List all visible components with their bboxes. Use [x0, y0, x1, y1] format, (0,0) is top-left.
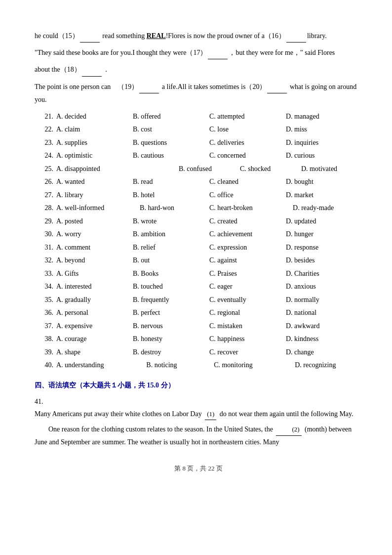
q36-d: D. national — [286, 307, 362, 319]
q23-num: 23. — [35, 137, 53, 149]
q39-d: D. change — [286, 346, 362, 359]
blank-1: (1) — [205, 408, 216, 420]
q27-d: D. market — [286, 189, 362, 202]
q22-num: 22. — [35, 124, 53, 136]
q23-a: A. supplies — [56, 137, 133, 149]
q30-b: B. ambition — [133, 228, 209, 241]
q40-c: C. monitoring — [214, 359, 295, 372]
q25-c: C. shocked — [240, 163, 301, 175]
q37-a: A. expensive — [56, 320, 133, 333]
q39-options: A. shape B. destroy C. recover D. change — [56, 346, 362, 359]
q37-d: D. awkward — [286, 320, 362, 333]
q25-a: A. disappointed — [56, 163, 179, 175]
q29-d: D. updated — [286, 215, 362, 228]
q29-b: B. wrote — [133, 215, 209, 228]
q39-c: C. recover — [209, 346, 286, 359]
page-info: 第 8 页，共 22 页 — [174, 465, 223, 472]
q23-c: C. deliveries — [209, 137, 286, 149]
q40-options: A. understanding B. noticing C. monitori… — [56, 359, 362, 372]
question-32: 32. A. beyond B. out C. against D. besid… — [35, 255, 362, 267]
question-34: 34. A. interested B. touched C. eager D.… — [35, 281, 362, 293]
q30-c: C. achievement — [209, 228, 286, 241]
q37-b: B. nervous — [133, 320, 209, 333]
q34-c: C. eager — [209, 281, 286, 293]
q27-options: A. library B. hotel C. office D. market — [56, 189, 362, 202]
q30-a: A. worry — [56, 228, 133, 241]
q41-para2: One reason for the clothing custom relat… — [35, 423, 362, 448]
section4: 四、语法填空（本大题共１小题，共 15.0 分） 41. Many Americ… — [35, 380, 362, 448]
question-39: 39. A. shape B. destroy C. recover D. ch… — [35, 346, 362, 359]
q33-d: D. Charities — [286, 268, 362, 280]
q35-d: D. normally — [286, 294, 362, 306]
q38-c: C. happiness — [209, 333, 286, 345]
q26-d: D. bought — [286, 176, 362, 188]
question-24: 24. A. optimistic B. cautious C. concern… — [35, 150, 362, 162]
q30-d: D. hunger — [286, 228, 362, 241]
question-30: 30. A. worry B. ambition C. achievement … — [35, 228, 362, 241]
q24-a: A. optimistic — [56, 150, 133, 162]
q26-b: B. read — [133, 176, 209, 188]
q31-options: A. comment B. relief C. expression D. re… — [56, 242, 362, 254]
q30-num: 30. — [35, 228, 53, 241]
blank-15 — [80, 30, 100, 43]
question-37: 37. A. expensive B. nervous C. mistaken … — [35, 320, 362, 333]
q36-b: B. perfect — [133, 307, 209, 319]
q34-options: A. interested B. touched C. eager D. anx… — [56, 281, 362, 293]
q22-b: B. cost — [133, 124, 209, 136]
q35-b: B. frequently — [133, 294, 209, 306]
q33-c: C. Praises — [209, 268, 286, 280]
q40-a: A. understanding — [56, 359, 146, 372]
q36-num: 36. — [35, 307, 53, 319]
question-38: 38. A. courage B. honesty C. happiness D… — [35, 333, 362, 345]
q41-text: 41. Many Americans put away their white … — [35, 395, 362, 421]
question-28: 28. A. well-informed B. hard-won C. hear… — [35, 202, 362, 214]
q29-c: C. created — [209, 215, 286, 228]
q39-b: B. destroy — [133, 346, 209, 359]
question-list: 21. A. decided B. offered C. attempted D… — [35, 111, 362, 372]
q34-a: A. interested — [56, 281, 133, 293]
q24-b: B. cautious — [133, 150, 209, 162]
q28-a: A. well-informed — [56, 202, 140, 214]
q23-options: A. supplies B. questions C. deliveries D… — [56, 137, 362, 149]
q28-options: A. well-informed B. hard-won C. heart-br… — [56, 202, 362, 214]
q39-num: 39. — [35, 346, 53, 359]
q25-d: D. motivated — [301, 163, 362, 175]
q24-c: C. concerned — [209, 150, 286, 162]
question-27: 27. A. library B. hotel C. office D. mar… — [35, 189, 362, 202]
q32-a: A. beyond — [56, 255, 133, 267]
blank-18 — [82, 63, 102, 76]
q38-options: A. courage B. honesty C. happiness D. ki… — [56, 333, 362, 345]
q36-a: A. personal — [56, 307, 133, 319]
blank-2: (2) — [276, 424, 301, 435]
q29-num: 29. — [35, 215, 53, 228]
q39-a: A. shape — [56, 346, 133, 359]
question-23: 23. A. supplies B. questions C. deliveri… — [35, 137, 362, 149]
q21-d: D. managed — [286, 111, 362, 123]
real-text: REAL — [147, 32, 166, 40]
q24-d: D. curious — [286, 150, 362, 162]
q22-options: A. claim B. cost C. lose D. miss — [56, 124, 362, 136]
q26-options: A. wanted B. read C. cleaned D. bought — [56, 176, 362, 188]
q27-c: C. office — [209, 189, 286, 202]
q32-options: A. beyond B. out C. against D. besides — [56, 255, 362, 267]
q28-b: B. hard-won — [140, 202, 209, 214]
question-35: 35. A. gradually B. frequently C. eventu… — [35, 294, 362, 306]
question-29: 29. A. posted B. wrote C. created D. upd… — [35, 215, 362, 228]
q21-num: 21. — [35, 111, 53, 123]
blank-17 — [208, 46, 228, 59]
q28-d: D. ready-made — [293, 202, 362, 214]
q23-d: D. inquiries — [286, 137, 362, 149]
q36-options: A. personal B. perfect C. regional D. na… — [56, 307, 362, 319]
question-36: 36. A. personal B. perfect C. regional D… — [35, 307, 362, 319]
q31-num: 31. — [35, 242, 53, 254]
question-22: 22. A. claim B. cost C. lose D. miss — [35, 124, 362, 136]
q32-b: B. out — [133, 255, 209, 267]
q35-num: 35. — [35, 294, 53, 306]
footer: 第 8 页，共 22 页 — [35, 463, 362, 474]
q28-c: C. heart-broken — [209, 202, 293, 214]
q23-b: B. questions — [133, 137, 209, 149]
q32-num: 32. — [35, 255, 53, 267]
q35-a: A. gradually — [56, 294, 133, 306]
q21-c: C. attempted — [209, 111, 286, 123]
intro-line4: The point is one person can （19） a life.… — [35, 81, 362, 106]
